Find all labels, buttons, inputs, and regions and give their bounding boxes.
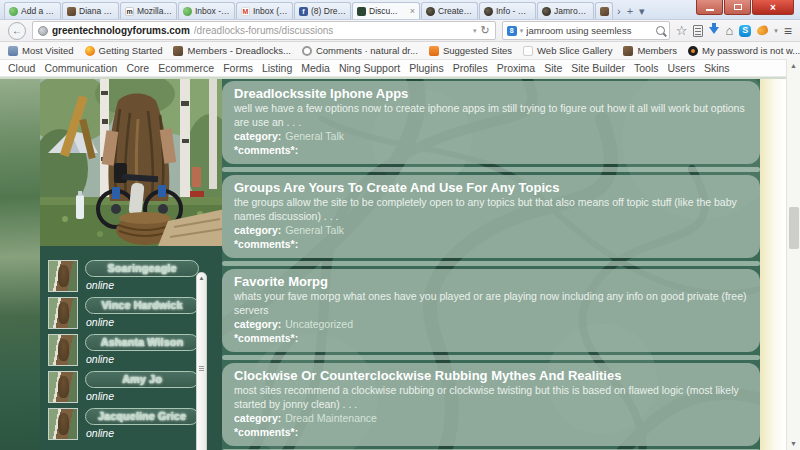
tab-mozilla[interactable]: m Mozilla Fi...	[120, 2, 177, 19]
tab-jamroom[interactable]: Jamroom...	[537, 2, 594, 19]
user-avatar[interactable]	[48, 371, 78, 403]
menu-ning-support[interactable]: Ning Support	[339, 62, 400, 74]
search-engine-icon[interactable]: 8	[507, 26, 517, 36]
tab-discussions-active[interactable]: Discu... ×	[352, 2, 420, 19]
dark-camera-icon	[688, 46, 698, 56]
menu-site-builder[interactable]: Site Builder	[571, 62, 625, 74]
thread-card-clockwise[interactable]: Clockwise Or Counterclockwise Rubbing My…	[222, 363, 760, 446]
tab-overflow-icon[interactable]: ›	[617, 6, 621, 17]
menu-plugins[interactable]: Plugins	[409, 62, 443, 74]
menu-core[interactable]: Core	[126, 62, 149, 74]
url-bar[interactable]: greentechnologyforums.com /dreadlocks-fo…	[32, 21, 496, 40]
user-name-button[interactable]: Amy Jo	[85, 371, 199, 388]
thread-title[interactable]: Clockwise Or Counterclockwise Rubbing My…	[234, 368, 748, 384]
menu-communication[interactable]: Communication	[44, 62, 117, 74]
tab-facebook-dreadlocks[interactable]: f (8) Dread...	[294, 2, 351, 19]
bookmark-label: My password is not w...	[702, 45, 800, 56]
category-value[interactable]: Dread Maintenance	[285, 412, 377, 424]
thread-card-favorite-morpg[interactable]: Favorite Morpg whats your fave morpg wha…	[222, 269, 760, 352]
page-scrollbar[interactable]: ▲ ▼	[786, 59, 800, 450]
tab-add-a-discussion[interactable]: Add a Dis...	[4, 2, 61, 19]
bookmark-my-password[interactable]: My password is not w...	[688, 45, 800, 56]
user-name-button[interactable]: Vince Hardwick	[85, 297, 199, 314]
tab-close-icon[interactable]: ×	[410, 7, 415, 16]
user-avatar[interactable]	[48, 260, 78, 292]
bookmark-getting-started[interactable]: Getting Started	[85, 45, 163, 56]
menu-site[interactable]: Site	[544, 62, 562, 74]
new-tab-button[interactable]: +	[627, 6, 633, 17]
downloads-icon[interactable]	[709, 27, 719, 39]
user-name-button[interactable]: Jacqueline Grice	[85, 408, 199, 425]
photo-favicon-icon	[67, 7, 76, 16]
thread-title[interactable]: Favorite Morpg	[234, 274, 748, 290]
menu-tools[interactable]: Tools	[634, 62, 659, 74]
tab-create-n[interactable]: Create N...	[421, 2, 478, 19]
bookmark-web-slice[interactable]: Web Slice Gallery	[523, 45, 612, 56]
menu-users[interactable]: Users	[667, 62, 694, 74]
back-button[interactable]: ←	[8, 22, 26, 40]
scrollbar-thumb[interactable]	[789, 207, 799, 249]
url-dropdown-icon[interactable]: ▾	[473, 27, 477, 35]
skype-icon[interactable]: S	[739, 25, 751, 37]
bookmark-members-dreadlocks[interactable]: Members - Dreadlocks...	[173, 45, 290, 56]
toolbar-caret-icon[interactable]: ▾	[774, 27, 778, 34]
user-name-button[interactable]: Soaringeagle	[85, 260, 199, 277]
user-name-button[interactable]: Ashanta Wilson	[85, 334, 199, 351]
soaringeagle-photo[interactable]	[40, 79, 225, 246]
bookmark-most-visited[interactable]: Most Visited	[8, 45, 74, 56]
menu-proxima[interactable]: Proxima	[497, 62, 536, 74]
thread-category-row: category:General Talk	[234, 129, 748, 143]
bookmark-label: Getting Started	[99, 45, 163, 56]
bookmark-comments[interactable]: Comments · natural dr...	[302, 45, 418, 56]
category-value[interactable]: General Talk	[285, 224, 344, 236]
search-value[interactable]: jamroom using seemless	[526, 25, 652, 36]
menu-forms[interactable]: Forms	[223, 62, 253, 74]
tab-inbox-n[interactable]: Inbox - N...	[178, 2, 235, 19]
mozilla-favicon-icon: m	[125, 7, 134, 16]
bookmarks-menu-icon[interactable]	[693, 25, 703, 37]
menu-listing[interactable]: Listing	[262, 62, 292, 74]
thread-excerpt: the groups allow the site to be complete…	[234, 196, 748, 223]
menu-skins[interactable]: Skins	[704, 62, 730, 74]
scrollbar-grip-icon[interactable]	[199, 366, 204, 367]
search-input[interactable]: 8 ▾ jamroom using seemless	[502, 21, 670, 40]
thread-card-iphone-apps[interactable]: Dreadlockssite Iphone Apps well we have …	[222, 81, 760, 164]
category-value[interactable]: Uncategorized	[285, 318, 353, 330]
thread-title[interactable]: Groups Are Yours To Create And Use For A…	[234, 180, 748, 196]
card-separator	[222, 167, 760, 172]
tab-partial[interactable]	[595, 2, 613, 19]
bookmark-star-icon[interactable]: ☆	[676, 24, 688, 37]
menu-cloud[interactable]: Cloud	[8, 62, 35, 74]
user-avatar[interactable]	[48, 297, 78, 329]
url-path: /dreadlocks-forums/discussions	[194, 25, 469, 36]
scroll-up-icon[interactable]: ▲	[790, 62, 797, 69]
category-value[interactable]: General Talk	[285, 130, 344, 142]
minimize-button[interactable]	[696, 0, 723, 15]
bookmark-members[interactable]: Members	[623, 45, 677, 56]
search-engine-caret-icon[interactable]: ▾	[520, 27, 524, 35]
hamburger-menu-icon[interactable]: ≡	[784, 24, 792, 38]
bookmark-suggested-sites[interactable]: Suggested Sites	[429, 45, 512, 56]
menu-media[interactable]: Media	[301, 62, 330, 74]
user-avatar[interactable]	[48, 408, 78, 440]
close-button[interactable]: ×	[752, 0, 794, 15]
scroll-up-icon[interactable]: ▲	[199, 275, 205, 281]
tab-diana[interactable]: Diana Ior...	[62, 2, 119, 19]
menu-profiles[interactable]: Profiles	[453, 62, 488, 74]
bookmarks-bar: Most Visited Getting Started Members - D…	[0, 42, 800, 60]
userlist-scrollbar[interactable]: ▲	[196, 272, 207, 450]
tab-info-pro[interactable]: Info - Pro...	[479, 2, 536, 19]
tab-inbox-gmail[interactable]: M Inbox (1,...	[236, 2, 293, 19]
all-tabs-icon[interactable]: ▾	[639, 6, 645, 17]
thread-title[interactable]: Dreadlockssite Iphone Apps	[234, 86, 748, 102]
search-icon[interactable]	[656, 26, 665, 35]
thread-card-groups[interactable]: Groups Are Yours To Create And Use For A…	[222, 175, 760, 258]
bookmark-label: Most Visited	[22, 45, 74, 56]
user-avatar[interactable]	[48, 334, 78, 366]
reload-icon[interactable]: ↻	[481, 25, 490, 36]
addon-icon[interactable]	[756, 25, 769, 37]
scroll-down-icon[interactable]: ▼	[790, 440, 797, 447]
maximize-button[interactable]	[724, 0, 751, 15]
home-icon[interactable]: ⌂	[725, 24, 733, 37]
menu-ecommerce[interactable]: Ecommerce	[158, 62, 214, 74]
